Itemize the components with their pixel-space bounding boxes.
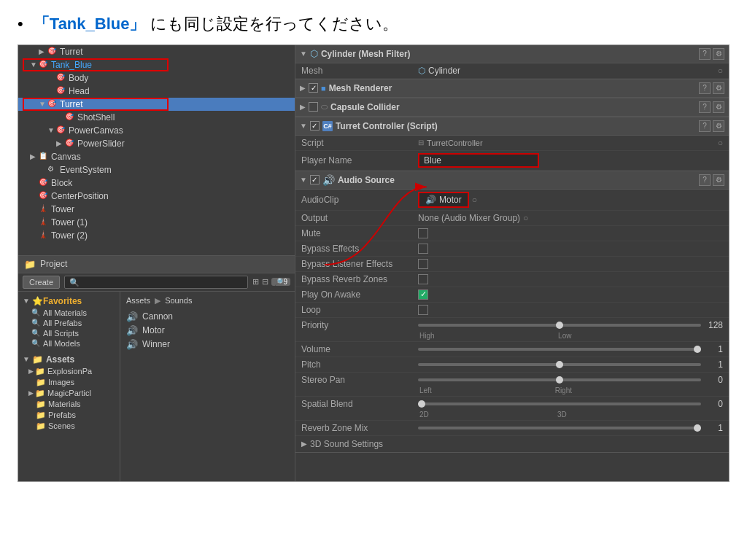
asset-item-images[interactable]: 📁 Images: [18, 377, 120, 388]
settings-btn[interactable]: ⚙: [713, 174, 724, 186]
item-label: Images: [48, 378, 74, 386]
priority-slider-container[interactable]: [418, 324, 701, 327]
arrow-icon: ▼: [23, 297, 30, 305]
hierarchy-item-body[interactable]: 🎯 Body: [18, 71, 295, 85]
hierarchy-item-eventsystem[interactable]: ⚙ EventSystem: [18, 163, 295, 176]
hierarchy-item-turret-top[interactable]: ▶ 🎯 Turret: [18, 45, 295, 58]
asset-item-materials[interactable]: 📁 Materials: [18, 399, 120, 410]
bypass-listener-checkbox[interactable]: [418, 259, 428, 269]
checkbox-capsule[interactable]: [309, 102, 318, 112]
hierarchy-item-block[interactable]: 🎯 Block: [18, 176, 295, 190]
help-btn[interactable]: ?: [699, 48, 711, 60]
hierarchy-item-turret[interactable]: ▼ 🎯 Turret: [18, 98, 295, 111]
object-icon: 🎯: [56, 86, 66, 96]
component-header-mesh-renderer[interactable]: ▶ ✓ ■ Mesh Renderer ? ⚙: [295, 79, 729, 98]
bullet: •: [18, 15, 23, 33]
sidebar-item-all-prefabs[interactable]: 🔍 All Prefabs: [18, 318, 120, 328]
settings-btn[interactable]: ⚙: [713, 101, 724, 113]
mute-checkbox[interactable]: [418, 228, 428, 238]
item-label: Head: [69, 86, 90, 96]
sound-item-cannon[interactable]: 🔊 Cannon: [123, 310, 292, 324]
spatial-blend-slider-container[interactable]: [418, 402, 701, 405]
output-value: None (Audio Mixer Group): [418, 213, 520, 223]
play-on-awake-row: Play On Awake ✓: [295, 287, 729, 303]
checkbox-mesh[interactable]: ✓: [309, 83, 318, 93]
help-btn[interactable]: ?: [699, 120, 711, 132]
icon1[interactable]: ⊞: [252, 277, 259, 287]
mesh-value: Cylinder: [428, 66, 460, 76]
stereo-pan-value: 0: [701, 375, 723, 385]
sidebar-item-all-models[interactable]: 🔍 All Models: [18, 338, 120, 349]
sound-settings-row[interactable]: ▶ 3D Sound Settings: [295, 436, 729, 452]
bypass-reverb-checkbox[interactable]: [418, 274, 428, 284]
reverb-zone-mix-slider-container[interactable]: [418, 427, 701, 429]
item-label: Block: [51, 178, 72, 188]
assets-header[interactable]: ▼ 📁 Assets: [18, 353, 120, 366]
create-button[interactable]: Create: [23, 276, 60, 289]
hierarchy-item-centerposition[interactable]: 🎯 CenterPosition: [18, 190, 295, 203]
sidebar-item-all-materials[interactable]: 🔍 All Materials: [18, 308, 120, 318]
hierarchy-item-head[interactable]: 🎯 Head: [18, 85, 295, 98]
motor-field[interactable]: 🔊 Motor: [418, 192, 469, 208]
folder-icon: 📁: [36, 411, 46, 420]
hierarchy-item-powerslider[interactable]: ▶ 🎯 PowerSlider: [18, 137, 295, 150]
hierarchy-item-tank-blue[interactable]: ▼ 🎯 Tank_Blue: [18, 58, 295, 71]
expand-arrow-icon: ▼: [300, 122, 307, 130]
item-label: All Materials: [43, 308, 87, 317]
component-audio-source: ▼ ✓ 🔊 Audio Source ? ⚙ AudioClip 🔊 Motor: [295, 171, 729, 453]
audio-icon: 🔊: [425, 195, 436, 205]
settings-btn[interactable]: ⚙: [713, 120, 724, 132]
checkbox-turret[interactable]: ✓: [310, 121, 320, 131]
asset-item-scenes[interactable]: 📁 Scenes: [18, 421, 120, 432]
player-name-input[interactable]: [418, 153, 539, 168]
2d-label: 2D: [419, 411, 429, 419]
icon2[interactable]: ⊟: [262, 277, 268, 287]
sound-item-winner[interactable]: 🔊 Winner: [123, 338, 292, 351]
settings-btn[interactable]: ⚙: [713, 82, 724, 94]
volume-row: Volume 1: [295, 342, 729, 357]
hierarchy-item-tower2[interactable]: 🗼 Tower (2): [18, 229, 295, 242]
loop-checkbox[interactable]: [418, 305, 428, 315]
stereo-sublabels: Left Right: [301, 386, 723, 396]
pitch-slider-container[interactable]: [418, 363, 701, 366]
bypass-effects-row: Bypass Effects: [295, 241, 729, 257]
component-header-capsule[interactable]: ▶ ⬭ Capsule Collider ? ⚙: [295, 98, 729, 117]
hierarchy-item-shotshell[interactable]: 🎯 ShotShell: [18, 111, 295, 124]
search-input[interactable]: [64, 276, 248, 289]
bypass-listener-label: Bypass Listener Effects: [301, 259, 418, 269]
sound-item-motor[interactable]: 🔊 Motor: [123, 324, 292, 338]
help-btn[interactable]: ?: [699, 82, 711, 94]
asset-item-prefabs[interactable]: 📁 Prefabs: [18, 410, 120, 421]
stereo-pan-slider-container[interactable]: [418, 378, 701, 381]
asset-item-explosionpa[interactable]: ▶ 📁 ExplosionPa: [18, 366, 120, 377]
search-icon: 🔍: [31, 339, 40, 347]
sidebar-item-all-scripts[interactable]: 🔍 All Scripts: [18, 328, 120, 338]
item-label: Canvas: [51, 152, 81, 162]
asset-item-magicparticl[interactable]: ▶ 📁 MagicParticl: [18, 388, 120, 399]
sound-name: Cannon: [142, 311, 173, 322]
help-btn[interactable]: ?: [699, 101, 711, 113]
favorites-header[interactable]: ▼ ⭐ Favorites: [18, 295, 120, 308]
audio-icon: 🔊: [126, 311, 138, 322]
checkbox-audio[interactable]: ✓: [310, 175, 320, 184]
hierarchy-item-powercanvas[interactable]: ▼ 🎯 PowerCanvas: [18, 124, 295, 137]
stereo-pan-label: Stereo Pan: [301, 375, 418, 385]
arrow-icon: ▶: [56, 139, 65, 147]
object-icon: 📋: [39, 152, 49, 162]
play-on-awake-checkbox[interactable]: ✓: [418, 289, 428, 300]
volume-slider-container[interactable]: [418, 348, 701, 351]
play-on-awake-label: Play On Awake: [301, 289, 418, 300]
bypass-effects-checkbox[interactable]: [418, 244, 428, 254]
sound-name: Winner: [142, 339, 170, 349]
component-header-turret-ctrl[interactable]: ▼ ✓ C# Turret Controller (Script) ? ⚙: [295, 117, 729, 136]
object-icon: 🎯: [47, 47, 58, 57]
hierarchy-item-tower[interactable]: 🗼 Tower: [18, 203, 295, 216]
component-mesh-renderer: ▶ ✓ ■ Mesh Renderer ? ⚙: [295, 79, 729, 98]
object-icon: 🎯: [39, 60, 49, 70]
hierarchy-item-tower1[interactable]: 🗼 Tower (1): [18, 216, 295, 229]
hierarchy-item-canvas[interactable]: ▶ 📋 Canvas: [18, 150, 295, 163]
settings-btn[interactable]: ⚙: [713, 48, 724, 60]
component-header-audio[interactable]: ▼ ✓ 🔊 Audio Source ? ⚙: [295, 171, 729, 190]
help-btn[interactable]: ?: [699, 174, 711, 186]
component-header-cylinder[interactable]: ▼ ⬡ Cylinder (Mesh Filter) ? ⚙: [295, 45, 729, 63]
